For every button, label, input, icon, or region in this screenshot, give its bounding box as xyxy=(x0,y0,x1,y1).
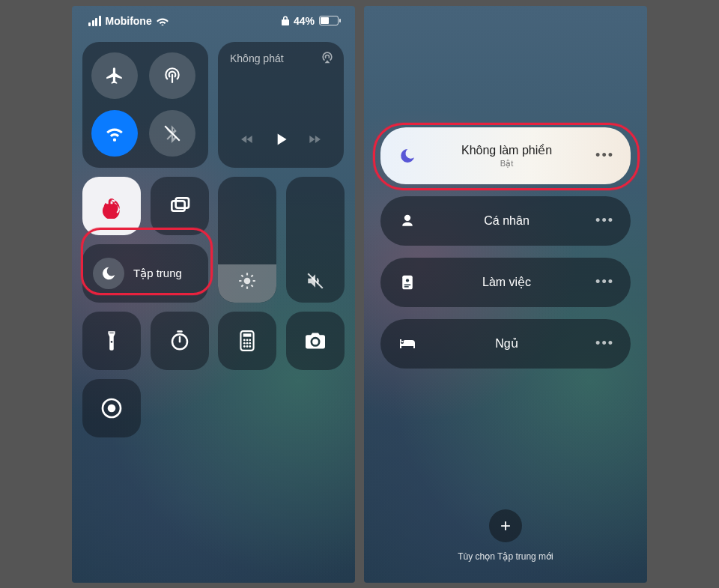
svg-line-8 xyxy=(241,275,243,276)
connectivity-module[interactable] xyxy=(82,42,208,168)
play-icon[interactable] xyxy=(271,129,291,150)
badge-icon xyxy=(397,274,418,291)
timer-button[interactable] xyxy=(151,312,209,370)
svg-point-22 xyxy=(246,342,249,344)
orientation-lock-icon xyxy=(99,193,124,219)
timer-icon xyxy=(169,330,191,352)
brightness-slider[interactable] xyxy=(218,177,276,303)
svg-point-26 xyxy=(249,345,251,348)
wifi-icon xyxy=(157,16,169,25)
svg-line-11 xyxy=(251,275,252,276)
record-icon xyxy=(100,396,124,420)
flashlight-icon xyxy=(103,330,120,352)
control-center-screenshot: Mobifone 44% xyxy=(72,6,355,583)
carrier-label: Mobifone xyxy=(106,15,152,27)
flashlight-button[interactable] xyxy=(82,312,141,370)
focus-mode-label: Ngủ xyxy=(418,336,595,351)
airplane-mode-toggle[interactable] xyxy=(91,52,138,99)
camera-button[interactable] xyxy=(286,312,345,370)
focus-mode-sleep[interactable]: Ngủ ••• xyxy=(380,319,631,369)
bluetooth-toggle[interactable] xyxy=(149,110,195,157)
svg-point-19 xyxy=(246,339,249,341)
media-module[interactable]: Không phát xyxy=(218,42,344,168)
status-bar: Mobifone 44% xyxy=(82,15,345,33)
screen-record-button[interactable] xyxy=(82,379,141,437)
moon-icon xyxy=(93,258,124,289)
focus-mode-work[interactable]: Làm việc ••• xyxy=(380,258,631,307)
add-focus-caption: Tùy chọn Tập trung mới xyxy=(364,551,647,562)
screen-mirroring-icon xyxy=(168,194,192,218)
lock-icon xyxy=(282,16,289,25)
svg-point-30 xyxy=(406,279,409,282)
screen-mirroring-button[interactable] xyxy=(151,177,209,235)
wifi-toggle[interactable] xyxy=(91,110,138,157)
svg-point-28 xyxy=(108,404,116,412)
calculator-icon xyxy=(237,330,257,352)
focus-modes-screenshot: Không làm phiền Bật ••• Cá nhân ••• Làm … xyxy=(364,6,647,583)
plus-icon: + xyxy=(500,515,511,536)
svg-point-24 xyxy=(243,345,246,348)
svg-rect-17 xyxy=(243,333,252,336)
focus-mode-personal[interactable]: Cá nhân ••• xyxy=(380,196,631,246)
svg-point-18 xyxy=(243,339,246,341)
svg-line-9 xyxy=(251,285,252,286)
volume-slider[interactable] xyxy=(286,177,345,303)
svg-line-10 xyxy=(241,285,243,286)
focus-mode-do-not-disturb[interactable]: Không làm phiền Bật ••• xyxy=(380,127,631,184)
focus-mode-label: Không làm phiền Bật xyxy=(418,143,595,169)
calculator-button[interactable] xyxy=(218,312,276,370)
more-icon[interactable]: ••• xyxy=(595,336,614,351)
svg-point-21 xyxy=(243,342,246,344)
svg-point-3 xyxy=(244,277,251,284)
focus-mode-label: Cá nhân xyxy=(418,214,595,228)
more-icon[interactable]: ••• xyxy=(595,213,614,228)
focus-mode-label: Làm việc xyxy=(418,275,595,289)
more-icon[interactable]: ••• xyxy=(595,274,614,290)
cellular-signal-icon xyxy=(88,16,101,26)
svg-rect-1 xyxy=(172,201,184,210)
next-track-icon[interactable] xyxy=(305,132,324,147)
moon-icon xyxy=(397,147,418,165)
svg-point-23 xyxy=(249,342,251,344)
svg-rect-32 xyxy=(404,286,409,288)
svg-rect-2 xyxy=(175,198,188,207)
battery-icon xyxy=(319,16,339,25)
volume-mute-icon xyxy=(306,271,325,291)
focus-modes-list: Không làm phiền Bật ••• Cá nhân ••• Làm … xyxy=(374,127,637,369)
brightness-icon xyxy=(237,271,257,291)
add-focus-button[interactable]: + xyxy=(489,509,522,542)
media-title: Không phát xyxy=(230,52,284,64)
battery-percent: 44% xyxy=(294,15,315,27)
person-icon xyxy=(397,213,418,228)
airplay-icon[interactable] xyxy=(320,49,335,64)
svg-point-20 xyxy=(249,339,251,341)
svg-rect-31 xyxy=(404,284,410,285)
focus-button[interactable]: Tập trung xyxy=(82,244,208,303)
cellular-data-toggle[interactable] xyxy=(149,52,195,99)
bed-icon xyxy=(397,337,418,351)
svg-point-25 xyxy=(246,345,249,348)
orientation-lock-toggle[interactable] xyxy=(82,177,141,235)
previous-track-icon[interactable] xyxy=(237,132,257,147)
camera-icon xyxy=(303,331,327,351)
focus-label: Tập trung xyxy=(133,267,182,280)
more-icon[interactable]: ••• xyxy=(595,148,614,163)
